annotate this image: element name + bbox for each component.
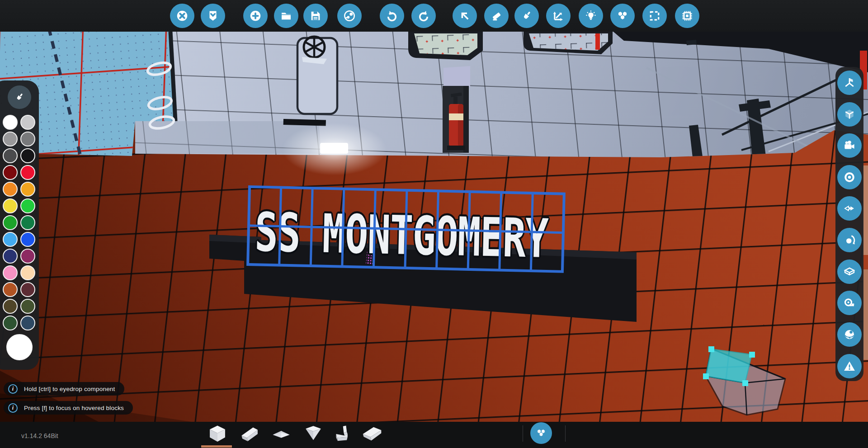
palette-swatch-12[interactable]: [3, 215, 18, 230]
save-icon: [309, 9, 322, 23]
close-icon: [175, 9, 189, 23]
sidebar-camera-button[interactable]: [837, 133, 862, 158]
palette-swatch-16[interactable]: [3, 249, 18, 264]
block-shape-slope-long[interactable]: [358, 424, 387, 444]
color-swatch-grid: [3, 115, 38, 332]
fire-extinguisher: [443, 66, 470, 153]
palette-swatch-5[interactable]: [20, 148, 35, 163]
hint-text: Hold [ctrl] to eyedrop component: [24, 386, 115, 392]
slope-long-thumbnail-icon: [358, 424, 387, 444]
hint-eyedrop: i Hold [ctrl] to eyedrop component: [4, 382, 124, 396]
measure-icon: [843, 296, 856, 310]
sidebar-measure-button[interactable]: [837, 291, 862, 315]
palette-swatch-9[interactable]: [20, 182, 35, 197]
divider: [523, 425, 523, 442]
viewport-3d-scene[interactable]: SS MONTGOMERY: [0, 0, 868, 448]
toolbar-blocks-button[interactable]: [610, 4, 635, 28]
toolbar-select-button[interactable]: [453, 4, 477, 28]
palette-swatch-23[interactable]: [20, 299, 35, 314]
info-icon: i: [8, 384, 18, 394]
palette-swatch-3[interactable]: [20, 132, 35, 146]
inventory-blocks-button[interactable]: [530, 422, 552, 444]
toolbar-save-button[interactable]: [303, 4, 328, 28]
palette-swatch-4[interactable]: [3, 148, 18, 163]
sidebar-planet-button[interactable]: [837, 322, 862, 347]
paint-icon: [520, 9, 533, 23]
palette-swatch-11[interactable]: [20, 198, 35, 213]
toolbar-load-button[interactable]: [274, 4, 298, 28]
paint-brush-icon: [14, 91, 25, 103]
toolbar-redo-button[interactable]: [411, 4, 436, 28]
sidebar-mirror-button[interactable]: [837, 196, 862, 221]
palette-swatch-18[interactable]: [3, 265, 18, 280]
palette-swatch-19[interactable]: [20, 265, 35, 280]
toolbar-select-area-button[interactable]: [642, 4, 667, 28]
palette-swatch-14[interactable]: [3, 232, 18, 247]
workshop-item-icon: [206, 9, 220, 23]
palette-swatch-7[interactable]: [20, 165, 35, 180]
light-icon: [584, 9, 598, 23]
palette-swatch-6[interactable]: [3, 165, 18, 180]
undo-icon: [385, 9, 399, 23]
toolbar-microcontroller-button[interactable]: [675, 4, 699, 28]
hint-text: Press [f] to focus on hovered blocks: [24, 405, 124, 411]
build-mode-screen: SS MONTGOMERY: [0, 0, 868, 448]
block-shape-bar: [0, 422, 868, 448]
toolbar-erase-button[interactable]: [484, 4, 509, 28]
palette-swatch-21[interactable]: [20, 282, 35, 297]
palette-swatch-24[interactable]: [3, 316, 18, 330]
palette-swatch-1[interactable]: [20, 115, 35, 130]
planet-icon: [843, 328, 856, 341]
wedge-thumbnail-icon: [236, 424, 264, 444]
block-shape-prism[interactable]: [299, 424, 328, 444]
toolbar-transform-button[interactable]: [546, 4, 571, 28]
block-shape-wedge[interactable]: [236, 424, 264, 444]
sidebar-slab-button[interactable]: [837, 259, 862, 284]
palette-swatch-2[interactable]: [3, 132, 18, 146]
select-area-icon: [648, 9, 661, 23]
sidebar-view-cube-button[interactable]: [837, 102, 862, 127]
paint-palette-panel: [0, 80, 39, 370]
toolbar-light-button[interactable]: [579, 4, 603, 28]
sidebar-orbit-button[interactable]: [837, 228, 862, 252]
microcontroller-icon: [680, 9, 694, 23]
toolbar-close-button[interactable]: [170, 4, 194, 28]
toolbar-workshop-item-button[interactable]: [201, 4, 225, 28]
slab-icon: [843, 265, 856, 278]
palette-swatch-20[interactable]: [3, 282, 18, 297]
seat-thumbnail-icon: [328, 424, 357, 444]
sidebar-lens-button[interactable]: [837, 165, 862, 189]
block-shape-seat[interactable]: [328, 424, 357, 444]
toolbar-new-button[interactable]: [243, 4, 268, 28]
transform-icon: [552, 9, 565, 23]
palette-current-color[interactable]: [6, 334, 33, 360]
mirror-icon: [843, 202, 856, 215]
blocks-icon: [535, 427, 547, 439]
block-shape-pyramid[interactable]: [267, 424, 296, 444]
palette-swatch-8[interactable]: [3, 182, 18, 197]
selected-block-underline: [201, 445, 232, 448]
deck-light: [283, 123, 387, 175]
palette-swatch-15[interactable]: [20, 232, 35, 247]
toolbar-steam-workshop-button[interactable]: [337, 4, 362, 28]
palette-swatch-22[interactable]: [3, 299, 18, 314]
select-icon: [458, 9, 472, 23]
camera-icon: [843, 139, 856, 152]
palette-swatch-0[interactable]: [3, 115, 18, 130]
palette-swatch-13[interactable]: [20, 215, 35, 230]
load-icon: [279, 9, 293, 23]
sidebar-warnings-button[interactable]: [837, 354, 862, 378]
toolbar-undo-button[interactable]: [380, 4, 404, 28]
palette-swatch-17[interactable]: [20, 249, 35, 264]
new-icon: [249, 9, 262, 23]
divider: [565, 425, 566, 442]
palette-swatch-10[interactable]: [3, 198, 18, 213]
sidebar-view-plane-button[interactable]: [837, 71, 862, 95]
paint-tool-indicator[interactable]: [8, 85, 31, 109]
toolbar-paint-button[interactable]: [514, 4, 539, 28]
palette-swatch-25[interactable]: [20, 316, 35, 330]
blocks-icon: [616, 9, 629, 23]
block-shape-cube[interactable]: [203, 424, 232, 444]
cube-thumbnail-icon: [203, 424, 232, 444]
hull-sign-text: SS MONTGOMERY: [254, 201, 549, 270]
